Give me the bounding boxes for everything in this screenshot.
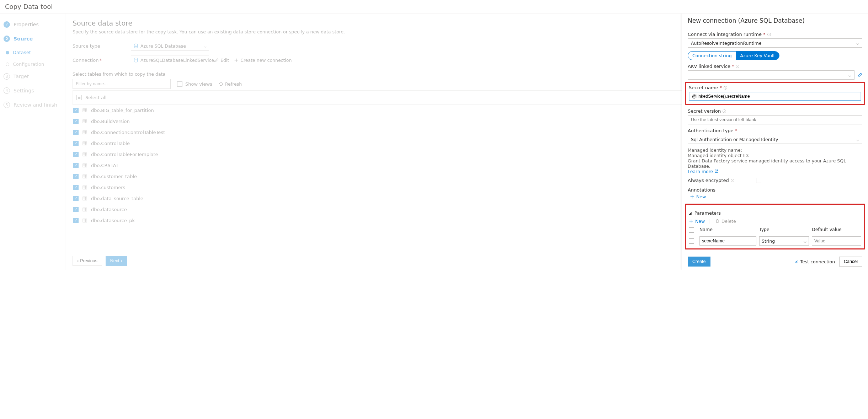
col-type: Type <box>759 227 809 232</box>
param-default-input[interactable] <box>812 236 861 246</box>
annotations-label: Annotations <box>688 187 862 193</box>
ir-dropdown[interactable]: AutoResolveIntegrationRuntime ⌵ <box>688 38 862 48</box>
svg-rect-2 <box>83 109 87 112</box>
refresh-button[interactable]: Refresh <box>219 81 242 87</box>
table-name: dbo.BuildVersion <box>91 119 130 124</box>
table-icon <box>82 141 87 146</box>
tab-azure-key-vault[interactable]: Azure Key Vault <box>736 52 779 60</box>
table-icon <box>82 196 87 201</box>
chevron-right-icon: › <box>121 258 122 263</box>
new-connection-drawer: New connection (Azure SQL Database) Conn… <box>682 14 868 270</box>
table-checkbox[interactable] <box>73 119 79 124</box>
col-default: Default value <box>812 227 861 232</box>
info-icon <box>735 64 740 69</box>
param-name-input[interactable] <box>699 236 756 246</box>
secret-version-input[interactable] <box>688 115 862 124</box>
step-label: Source <box>14 36 33 42</box>
table-checkbox[interactable] <box>73 141 79 146</box>
add-parameter-button[interactable]: New <box>689 219 705 224</box>
chevron-down-icon: ⌵ <box>856 137 859 142</box>
table-name: dbo.customers <box>91 185 125 190</box>
substep-label: Configuration <box>13 61 44 67</box>
caret-down-icon: ◢ <box>689 211 692 215</box>
database-icon <box>133 43 138 48</box>
col-name: Name <box>699 227 756 232</box>
plus-icon <box>689 219 693 224</box>
add-annotation-button[interactable]: New <box>690 194 706 199</box>
table-checkbox[interactable] <box>73 218 79 223</box>
always-encrypted-checkbox[interactable] <box>756 178 761 183</box>
table-checkbox[interactable] <box>73 207 79 212</box>
connection-select[interactable]: AzureSQLDatabaseLinkedService ⌵ <box>131 55 209 65</box>
table-checkbox[interactable] <box>73 130 79 135</box>
svg-rect-12 <box>83 219 87 222</box>
step-settings[interactable]: 4 Settings <box>4 87 62 94</box>
secret-name-highlight: Secret name* <box>685 82 865 105</box>
edit-link[interactable]: Edit <box>214 58 229 63</box>
table-checkbox[interactable] <box>73 174 79 179</box>
trash-icon <box>715 219 720 224</box>
akv-linked-service-dropdown[interactable]: ⌵ <box>688 70 854 80</box>
svg-rect-4 <box>83 131 87 134</box>
step-label: Properties <box>14 22 39 27</box>
substep-label: Dataset <box>13 50 31 55</box>
chevron-down-icon: ⌵ <box>204 43 207 49</box>
table-checkbox[interactable] <box>73 152 79 157</box>
tab-connection-string[interactable]: Connection string <box>688 52 736 60</box>
table-name: dbo.ControlTableForTemplate <box>91 152 158 157</box>
secret-name-label: Secret name* <box>689 85 861 90</box>
auth-type-dropdown[interactable]: Sql Authentication or Managed Identity ⌵ <box>688 135 862 144</box>
always-encrypted-label: Always encrypted <box>688 178 735 183</box>
cancel-button[interactable]: Cancel <box>839 257 862 267</box>
previous-button[interactable]: ‹ Previous <box>73 256 102 266</box>
show-views-toggle[interactable]: Show views <box>177 81 212 87</box>
table-icon <box>82 108 87 113</box>
create-button[interactable]: Create <box>688 257 710 267</box>
create-connection-link[interactable]: Create new connection <box>234 58 292 63</box>
table-name: dbo.customer_table <box>91 174 137 179</box>
table-name: dbo.data_source_table <box>91 196 143 201</box>
info-icon <box>730 178 735 183</box>
source-type-select[interactable]: Azure SQL Database ⌵ <box>131 41 209 51</box>
pencil-icon <box>214 58 219 63</box>
chevron-down-icon: ⌵ <box>804 238 806 244</box>
delete-parameter-button[interactable]: Delete <box>715 219 736 224</box>
svg-rect-10 <box>83 197 87 200</box>
param-select-all-checkbox[interactable] <box>689 227 694 233</box>
param-row-checkbox[interactable] <box>689 238 694 244</box>
step-source[interactable]: 2 Source <box>4 36 62 42</box>
secret-name-input[interactable] <box>689 92 861 101</box>
table-checkbox[interactable] <box>73 108 79 113</box>
substep-dataset[interactable]: Dataset <box>6 50 62 55</box>
filter-input[interactable] <box>73 79 171 89</box>
table-name: dbo.ConnectionControlTableTest <box>91 130 165 135</box>
chevron-down-icon: ⌵ <box>856 41 859 46</box>
table-icon <box>82 163 87 168</box>
svg-rect-3 <box>83 120 87 123</box>
svg-rect-9 <box>83 186 87 189</box>
table-icon <box>82 119 87 124</box>
substep-configuration[interactable]: Configuration <box>6 61 62 67</box>
table-checkbox[interactable] <box>73 196 79 201</box>
step-properties[interactable]: ✓ Properties <box>4 21 62 28</box>
step-review[interactable]: 5 Review and finish <box>4 102 62 108</box>
table-checkbox[interactable] <box>73 185 79 190</box>
parameters-expander[interactable]: ◢ Parameters <box>689 210 861 216</box>
mi-oid-text: Managed identity object ID: <box>688 153 862 158</box>
next-button[interactable]: Next › <box>106 256 127 266</box>
table-checkbox[interactable] <box>73 163 79 168</box>
svg-point-1 <box>134 58 138 59</box>
svg-rect-5 <box>83 142 87 145</box>
database-icon <box>133 58 138 63</box>
ir-label: Connect via integration runtime* <box>688 32 862 37</box>
external-link-icon <box>714 169 718 173</box>
pencil-icon[interactable] <box>857 72 862 77</box>
select-all-checkbox[interactable] <box>76 95 82 100</box>
step-target[interactable]: 3 Target <box>4 73 62 80</box>
svg-point-0 <box>134 44 138 45</box>
param-type-select[interactable]: String ⌵ <box>759 236 809 246</box>
learn-more-link[interactable]: Learn more <box>688 169 718 174</box>
table-icon <box>82 207 87 212</box>
plug-icon <box>794 259 799 264</box>
test-connection-button[interactable]: Test connection <box>794 259 835 264</box>
